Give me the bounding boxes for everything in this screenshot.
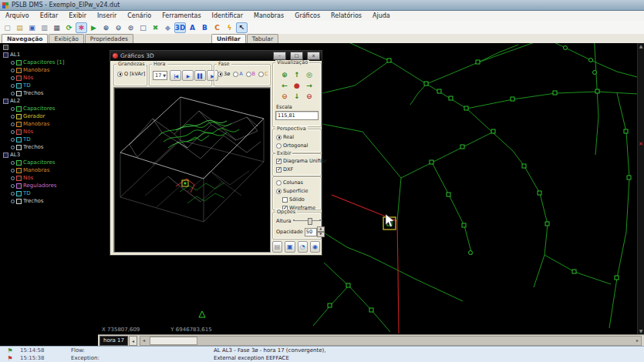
tree-row[interactable]: Manobras: [0, 66, 98, 74]
tree-check-ring[interactable]: [11, 107, 15, 111]
pan-icon[interactable]: ◆: [162, 22, 174, 33]
menu-item[interactable]: Ajuda: [367, 11, 396, 21]
menu-item[interactable]: Gráficos: [289, 11, 325, 21]
pause-button[interactable]: ▌▌: [194, 70, 206, 81]
tree-row[interactable]: Capacitores: [0, 105, 98, 112]
tree-check-ring[interactable]: [11, 122, 15, 126]
tree-item-label[interactable]: TD: [23, 82, 31, 89]
save-icon[interactable]: ▣: [26, 22, 38, 33]
tree-check-ring[interactable]: [11, 192, 15, 196]
log-row[interactable]: ⚑ 15:14:58 Flow: AL AL3 - Fase 3ø - hora…: [0, 347, 644, 354]
tree-row[interactable]: Trechos: [0, 89, 98, 97]
zoom-out-icon[interactable]: ⊖: [278, 91, 291, 102]
menu-item[interactable]: Relatórios: [325, 11, 367, 21]
tree-row[interactable]: Nós: [0, 174, 98, 182]
magnifier-icon[interactable]: ⊙: [125, 22, 137, 33]
pan-left-icon[interactable]: ←: [278, 80, 291, 91]
tree-row[interactable]: TD: [0, 189, 98, 197]
tree-row[interactable]: Capacitores: [0, 159, 98, 166]
menu-item[interactable]: Arquivo: [0, 11, 35, 21]
hora-step-button[interactable]: ◂: [129, 336, 137, 346]
pan-up-icon[interactable]: ↑: [291, 69, 303, 80]
fase-3f-radio[interactable]: [217, 72, 223, 77]
tree-item-label[interactable]: Trechos: [23, 198, 44, 204]
tree-item-label[interactable]: AL3: [10, 152, 20, 158]
tree-item-label[interactable]: TD: [23, 190, 31, 196]
tree-check-ring[interactable]: [11, 61, 15, 65]
tree-item-label[interactable]: AL1: [10, 52, 20, 58]
zoom-out-icon[interactable]: ⊖: [113, 22, 124, 33]
tree-item-label[interactable]: Capacitores [1]: [23, 59, 65, 65]
tree-row[interactable]: TD: [0, 136, 98, 143]
play-button[interactable]: ▶: [182, 70, 194, 81]
skip-start-button[interactable]: |◀: [170, 70, 181, 81]
open-folder-icon[interactable]: ▤: [14, 22, 25, 33]
superficie-radio[interactable]: [276, 189, 282, 194]
grandeza-q-radio[interactable]: [117, 72, 123, 77]
zoom-in-icon[interactable]: ⊕: [100, 22, 112, 33]
scroll-right-icon[interactable]: ▸: [634, 337, 641, 344]
phase-a-icon[interactable]: A: [187, 22, 198, 33]
tree-row[interactable]: AL2: [0, 97, 98, 105]
close-red-icon[interactable]: ✕: [638, 141, 644, 147]
tree-item-label[interactable]: Capacitores: [23, 106, 55, 112]
colunas-radio[interactable]: [276, 180, 282, 186]
tab-exibicao[interactable]: Exibição: [49, 34, 83, 43]
print-button[interactable]: ▤: [272, 241, 282, 253]
menu-item[interactable]: Manobras: [248, 11, 289, 21]
escala-input[interactable]: 115,81: [275, 111, 319, 120]
perspectiva-ortogonal-radio[interactable]: [276, 143, 282, 149]
tree-item-label[interactable]: Nós: [23, 129, 33, 135]
tree-check-ring[interactable]: [11, 176, 15, 180]
tree-row[interactable]: Trechos: [0, 197, 98, 205]
perspectiva-real-radio[interactable]: [276, 135, 282, 140]
tree-check-ring[interactable]: [11, 199, 15, 203]
tree-item-label[interactable]: TD: [23, 136, 31, 142]
tree-check-ring[interactable]: [11, 169, 15, 173]
tab-unifilar[interactable]: Unifilar: [211, 34, 246, 43]
tree-check-ring[interactable]: [11, 84, 15, 88]
pan-down-icon[interactable]: ↓: [291, 91, 303, 102]
menu-item[interactable]: Cenário: [122, 11, 157, 21]
menu-item[interactable]: Ferramentas: [157, 11, 206, 21]
tree-row[interactable]: AL3: [0, 151, 98, 159]
tree-row[interactable]: Trechos: [0, 143, 98, 151]
tree-row[interactable]: [0, 43, 98, 51]
opacidade-spinner[interactable]: 50 ▲▼: [305, 226, 325, 237]
fase-a-radio[interactable]: [233, 72, 238, 77]
menu-item[interactable]: Editar: [35, 11, 64, 21]
hora-select[interactable]: 17▼: [153, 71, 167, 80]
tab-propriedades[interactable]: Propriedades: [85, 34, 133, 43]
print-icon[interactable]: ▥: [39, 22, 50, 33]
phase-c-icon[interactable]: C: [211, 22, 223, 33]
vertical-scrollbar[interactable]: ▲ ✕ ▼: [637, 43, 644, 334]
menu-item[interactable]: Exibir: [63, 11, 92, 21]
fase-c-radio[interactable]: [258, 72, 264, 77]
tree-check-ring[interactable]: [11, 146, 15, 149]
tree-check-ring[interactable]: [11, 76, 15, 80]
reset-view-icon[interactable]: ◎: [303, 69, 315, 80]
tree-check-ring[interactable]: [11, 115, 15, 119]
select-region-icon[interactable]: □: [137, 22, 149, 33]
threed-icon[interactable]: 3D: [174, 22, 186, 33]
center-icon[interactable]: ●: [291, 80, 303, 91]
phase-b-icon[interactable]: B: [199, 22, 211, 33]
scroll-down-icon[interactable]: ▼: [638, 328, 644, 334]
tree-row[interactable]: Gerador: [0, 112, 98, 120]
dxf-checkbox[interactable]: [276, 167, 282, 173]
horizontal-scrollbar[interactable]: ◂ ▸: [140, 336, 642, 346]
tree-check-ring[interactable]: [11, 161, 15, 165]
tree-item-label[interactable]: Manobras: [23, 67, 49, 73]
tree-item-label[interactable]: Gerador: [23, 113, 46, 119]
tree-check-ring[interactable]: [11, 69, 15, 72]
tree-item-label[interactable]: Trechos: [23, 90, 44, 96]
tree-check-ring[interactable]: [11, 138, 15, 142]
tree-item-label[interactable]: Reguladores: [23, 183, 56, 189]
new-file-icon[interactable]: ▢: [2, 22, 13, 33]
log-row[interactable]: ⚑ 15:15:38 Exception: External exception…: [0, 354, 644, 362]
export-button[interactable]: ◔: [298, 241, 308, 253]
plot-3d[interactable]: [113, 87, 271, 253]
fase-b-radio[interactable]: [246, 72, 251, 77]
menu-item[interactable]: Identificar: [207, 11, 248, 21]
tree-item-label[interactable]: Manobras: [23, 167, 49, 173]
